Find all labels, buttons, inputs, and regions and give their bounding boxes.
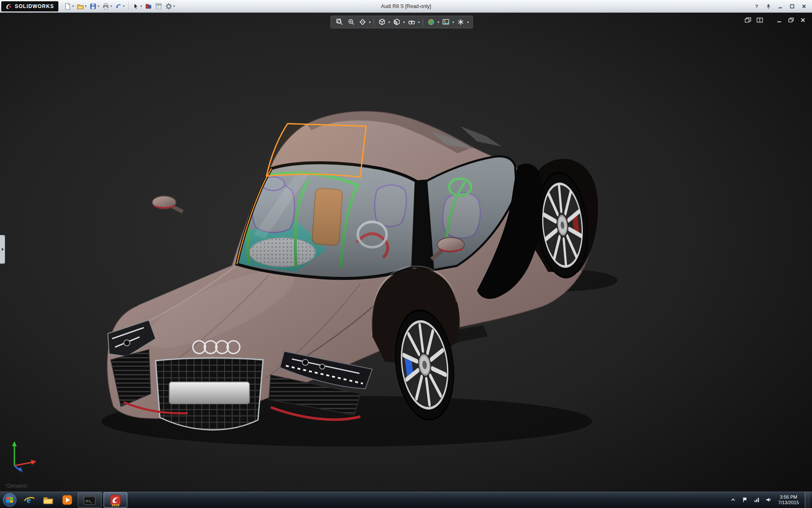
scene-dropdown[interactable]: ▾ xyxy=(452,20,454,24)
undo-button[interactable] xyxy=(113,1,123,12)
appearance-ball-icon xyxy=(427,18,435,26)
show-desktop-button[interactable] xyxy=(805,492,810,508)
file-properties-button[interactable] xyxy=(154,1,164,12)
select-cursor-icon xyxy=(132,3,140,10)
toolbar-separator xyxy=(128,3,129,10)
save-button[interactable] xyxy=(88,1,98,12)
select-dropdown[interactable]: ▾ xyxy=(140,4,142,8)
section-view-button[interactable] xyxy=(357,17,368,27)
minimize-icon xyxy=(777,3,783,9)
taskbar-clock[interactable]: 3:56 PM 7/13/2015 xyxy=(776,494,801,505)
options-gear-icon xyxy=(165,3,173,10)
print-dropdown[interactable]: ▾ xyxy=(110,4,112,8)
hidden-icons-button[interactable] xyxy=(729,496,737,504)
hud-separator-2 xyxy=(422,19,423,25)
file-properties-icon xyxy=(155,3,162,10)
action-center-button[interactable] xyxy=(741,496,749,504)
pin-button[interactable] xyxy=(763,2,774,11)
edit-appearance-button[interactable] xyxy=(425,17,436,27)
doc-close-button[interactable] xyxy=(798,16,808,24)
doc-close-icon xyxy=(800,17,806,23)
taskbar: e C:\_ xyxy=(0,491,812,508)
section-view-icon xyxy=(359,18,366,26)
open-button[interactable] xyxy=(75,1,85,12)
open-icon xyxy=(77,3,84,10)
undo-dropdown[interactable]: ▾ xyxy=(123,4,125,8)
volume-button[interactable] xyxy=(765,496,772,504)
taskbar-media-player[interactable] xyxy=(59,492,76,508)
model-3d-view[interactable] xyxy=(0,13,812,491)
view-settings-dropdown[interactable]: ▾ xyxy=(467,20,469,24)
doc-new-window-button[interactable] xyxy=(743,16,753,24)
start-orb-icon xyxy=(3,493,17,507)
scene-icon xyxy=(442,18,450,26)
new-document-icon xyxy=(64,3,71,10)
expand-panel-arrow-icon xyxy=(1,248,4,251)
display-style-button[interactable] xyxy=(391,17,402,27)
save-dropdown[interactable]: ▾ xyxy=(98,4,99,8)
doc-minimize-icon xyxy=(776,17,782,23)
taskbar-internet-explorer[interactable]: e xyxy=(21,492,38,508)
open-dropdown[interactable]: ▾ xyxy=(85,4,87,8)
section-view-dropdown[interactable]: ▾ xyxy=(369,20,370,24)
new-document-button[interactable] xyxy=(63,1,73,12)
pin-icon xyxy=(765,3,771,9)
zoom-fit-icon xyxy=(336,18,343,26)
maximize-button[interactable] xyxy=(787,2,798,11)
select-button[interactable] xyxy=(131,1,141,12)
taskbar-solidworks[interactable]: 2015 xyxy=(104,492,127,508)
heads-up-view-toolbar: ▾ ▾ ▾ xyxy=(330,16,473,28)
doc-restore-button[interactable] xyxy=(786,16,796,24)
new-window-icon xyxy=(745,17,751,23)
print-icon xyxy=(102,3,110,10)
media-player-icon xyxy=(61,494,73,506)
svg-text:e: e xyxy=(27,494,31,505)
appearance-dropdown[interactable]: ▾ xyxy=(437,20,439,24)
help-button[interactable]: ? xyxy=(751,2,762,11)
console-prompt-text: C:\_ xyxy=(86,499,92,503)
zoom-area-button[interactable] xyxy=(346,17,356,27)
undo-icon xyxy=(115,3,122,10)
macro-button[interactable] xyxy=(143,1,154,12)
doc-split-window-button[interactable] xyxy=(754,16,765,24)
view-orientation-button[interactable] xyxy=(376,17,387,27)
view-settings-button[interactable] xyxy=(455,17,466,27)
featuremanager-collapsed-tab[interactable] xyxy=(0,235,5,264)
options-button[interactable] xyxy=(164,1,174,12)
internet-explorer-icon: e xyxy=(23,494,35,506)
system-tray: 3:56 PM 7/13/2015 xyxy=(729,492,811,508)
options-dropdown[interactable]: ▾ xyxy=(173,4,175,8)
hide-show-items-button[interactable] xyxy=(406,17,417,27)
hide-show-dropdown[interactable]: ▾ xyxy=(418,20,420,24)
close-icon xyxy=(801,3,807,9)
network-button[interactable] xyxy=(753,496,760,504)
new-document-dropdown[interactable]: ▾ xyxy=(72,4,74,8)
solidworks-version-badge: 2015 xyxy=(104,503,127,507)
y-axis-arrow xyxy=(12,441,17,446)
solidworks-logo: SOLIDWORKS xyxy=(1,1,58,11)
view-orientation-cube-icon xyxy=(378,18,386,26)
window-title: Audi R8 S [Read-only] xyxy=(381,3,431,9)
close-button[interactable] xyxy=(798,2,809,11)
hud-separator xyxy=(373,19,374,25)
screen: SOLIDWORKS ▾ ▾ ▾ xyxy=(0,0,812,508)
split-window-icon xyxy=(757,17,763,23)
network-icon xyxy=(754,497,760,503)
start-button[interactable] xyxy=(1,492,19,508)
taskbar-file-explorer[interactable] xyxy=(40,492,57,508)
document-window-controls xyxy=(743,16,808,24)
apply-scene-button[interactable] xyxy=(440,17,451,27)
display-style-dropdown[interactable]: ▾ xyxy=(403,20,405,24)
solidworks-logo-text: SOLIDWORKS xyxy=(15,3,54,9)
view-orientation-dropdown[interactable]: ▾ xyxy=(388,20,390,24)
titlebar: SOLIDWORKS ▾ ▾ ▾ xyxy=(0,0,812,13)
orientation-triad xyxy=(7,435,43,474)
taskbar-command-prompt[interactable]: C:\_ xyxy=(78,492,102,508)
doc-minimize-button[interactable] xyxy=(774,16,784,24)
minimize-button[interactable] xyxy=(775,2,786,11)
graphics-area[interactable]: ▾ ▾ ▾ xyxy=(0,13,812,491)
zoom-fit-button[interactable] xyxy=(334,17,345,27)
solidworks-logo-mark xyxy=(5,3,12,10)
help-icon: ? xyxy=(754,3,760,9)
print-button[interactable] xyxy=(101,1,111,12)
